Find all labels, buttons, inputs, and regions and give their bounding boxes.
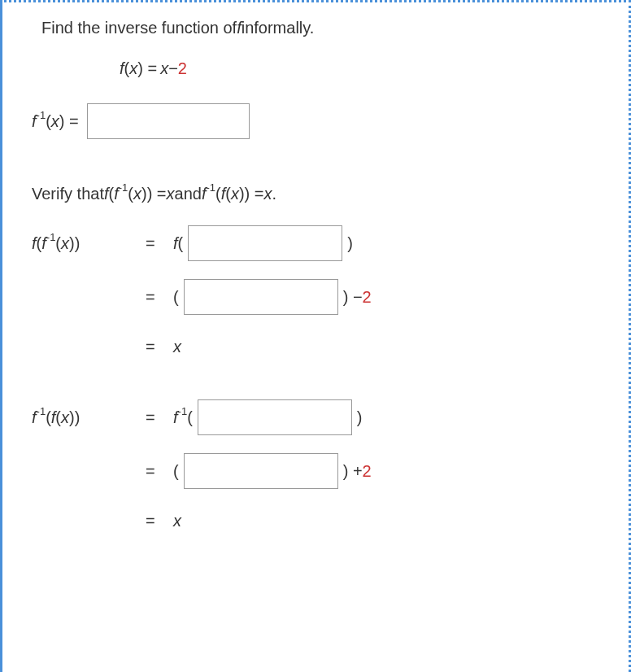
verify-pre: Verify that <box>32 185 104 203</box>
inv-exp: -1 <box>37 109 46 121</box>
proof2-step1-input[interactable] <box>198 399 352 435</box>
verify-open1: ( <box>109 185 115 203</box>
verify-x4: x <box>264 185 272 203</box>
verify-and: and <box>175 185 202 203</box>
given-close-eq: ) = <box>137 59 157 78</box>
proof1-step2: = ( ) − 2 <box>32 279 629 315</box>
p2-lhs-x: x <box>61 408 69 427</box>
p2-lhs-close: )) <box>69 408 80 427</box>
p2-step1-exp: -1 <box>178 405 188 417</box>
p1-lhs-exp: -1 <box>46 231 56 243</box>
verify-open3: ( <box>215 185 221 203</box>
p2-step3-eq: = <box>146 512 173 530</box>
given-x-arg: x <box>129 59 137 78</box>
proof1-step1: f ( f -1 ( x )) = f ( ) <box>32 225 629 261</box>
p2-step2-two: 2 <box>363 462 372 481</box>
verify-dot: . <box>272 185 277 203</box>
instruction-text-b: informally. <box>242 19 315 37</box>
verify-close2: )) = <box>141 185 167 203</box>
inv-close: ) = <box>59 112 79 131</box>
given-x: x <box>160 59 168 78</box>
p1-step2-close: ) − <box>343 288 363 307</box>
proof2-step2-input[interactable] <box>184 453 338 489</box>
p1-step2-two: 2 <box>363 288 372 307</box>
p2-step3-x: x <box>173 512 181 530</box>
p1-lhs-close: )) <box>69 234 80 253</box>
given-function-line: f ( x ) = x − 2 <box>120 51 629 85</box>
verify-x1: x <box>133 185 141 203</box>
p1-lhs-open: ( <box>37 234 42 253</box>
verify-close4: )) = <box>239 185 264 203</box>
proof2-step2: = ( ) + 2 <box>32 453 629 489</box>
p2-step2-eq: = <box>146 462 173 481</box>
verify-exp: -1 <box>119 181 128 194</box>
p1-step1-eq: = <box>146 234 173 253</box>
p1-step1-close: ) <box>347 234 353 253</box>
p2-step2-close: ) + <box>343 462 363 481</box>
inv-open: ( <box>46 112 51 131</box>
given-two: 2 <box>178 59 187 78</box>
verify-line: Verify that f ( f -1 ( x )) = x and f -1… <box>32 177 629 211</box>
p2-step2-open: ( <box>173 462 179 481</box>
proof2-step3: = x <box>32 504 629 538</box>
verify-open4: ( <box>225 185 231 203</box>
verify-open2: ( <box>128 185 133 203</box>
proof2-step1: f -1 ( f ( x )) = f -1 ( ) <box>32 399 629 435</box>
p2-step1-eq: = <box>146 408 173 427</box>
inv-x: x <box>51 112 59 131</box>
p1-step3-eq: = <box>146 338 173 356</box>
given-minus: − <box>168 59 178 78</box>
p1-step3-x: x <box>173 338 181 356</box>
instruction-text-a: Find the inverse function of <box>41 19 237 37</box>
inverse-answer-line: f -1 ( x ) = <box>32 103 629 139</box>
instruction-line: Find the inverse function of f informall… <box>41 11 629 45</box>
p1-lhs-x: x <box>61 234 69 253</box>
p1-step1-open: ( <box>178 234 184 253</box>
p2-step1-close: ) <box>357 408 363 427</box>
proof1-step2-input[interactable] <box>184 279 338 315</box>
verify-x3: x <box>231 185 239 203</box>
inverse-answer-input[interactable] <box>87 103 250 139</box>
p1-step2-eq: = <box>146 288 173 307</box>
verify-exp2: -1 <box>206 181 215 194</box>
proof1-step3: = x <box>32 329 629 364</box>
p2-step1-open: ( <box>187 408 193 427</box>
proof1-step1-input[interactable] <box>188 225 342 261</box>
p2-lhs-open: ( <box>46 408 51 427</box>
p2-lhs-exp: -1 <box>37 405 46 417</box>
verify-x2: x <box>167 185 175 203</box>
p1-step2-open: ( <box>173 288 179 307</box>
